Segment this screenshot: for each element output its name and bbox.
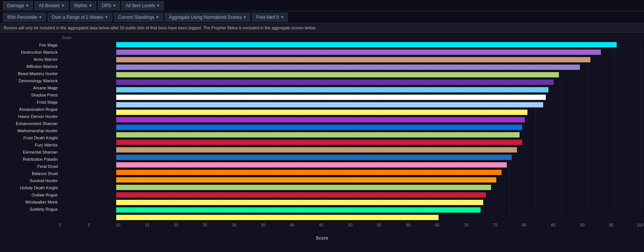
x-tick: 5 <box>88 223 90 227</box>
bar-row <box>116 140 640 146</box>
bar-fill <box>116 125 522 130</box>
nav-btn-damage[interactable]: Damage▼ <box>3 1 33 10</box>
bar-label: Assassination Rogue <box>4 106 60 113</box>
grid-line <box>640 41 641 214</box>
bar-row <box>116 65 640 71</box>
second-nav-btn-standings[interactable]: Current Standings▼ <box>114 13 163 22</box>
second-nav-btn-post-nerf[interactable]: Post-Nerf II▼ <box>252 13 288 22</box>
bar-row <box>116 80 640 86</box>
bar-label: Balance Druid <box>4 170 60 177</box>
second-nav-btn-label: Post-Nerf II <box>256 15 279 20</box>
nav-btn-dps[interactable]: DPS▼ <box>98 1 120 10</box>
chevron-down-icon: ▼ <box>105 15 108 19</box>
x-tick: 100 <box>637 223 644 227</box>
bar-fill <box>116 42 617 47</box>
second-nav-btn-label: Over a Range of 2 Weeks <box>52 15 103 20</box>
second-nav-btn-aggregate[interactable]: Aggregate Using Normalized Scores▼ <box>165 13 250 22</box>
bar-fill <box>116 95 546 100</box>
top-nav: Damage▼All Bosses▼Mythic▼DPS▼All Item Le… <box>0 0 644 11</box>
bar-fill <box>116 215 439 220</box>
bar-fill <box>116 102 543 107</box>
chevron-down-icon: ▼ <box>61 4 64 8</box>
x-tick: 80 <box>522 223 526 227</box>
bar-labels: Fire MageDestruction WarlockArms Warrior… <box>4 41 60 222</box>
nav-btn-all-item-levels[interactable]: All Item Levels▼ <box>121 1 164 10</box>
bar-fill <box>116 72 559 77</box>
bar-label: Unholy Death Knight <box>4 184 60 191</box>
bar-label: Subtlety Rogue <box>4 205 60 213</box>
bar-label: Marksmanship Hunter <box>4 127 60 134</box>
bar-row <box>116 177 640 184</box>
bar-fill <box>116 185 491 190</box>
bar-label: Destruction Warlock <box>4 48 60 56</box>
nav-btn-all-bosses[interactable]: All Bosses▼ <box>34 1 69 10</box>
nav-btn-mythic[interactable]: Mythic▼ <box>70 1 96 10</box>
chevron-down-icon: ▼ <box>243 15 247 19</box>
bar-row <box>116 185 640 192</box>
nav-btn-label: Mythic <box>74 3 87 8</box>
zoom-label: Zoom <box>62 36 640 40</box>
bar-label: Arms Warrior <box>4 56 60 63</box>
bar-label: Shadow Priest <box>4 91 60 98</box>
x-tick: 25 <box>203 223 207 227</box>
chevron-down-icon: ▼ <box>156 4 160 8</box>
chevron-down-icon: ▼ <box>156 15 159 19</box>
second-nav-btn-percentile[interactable]: 95th Percentile▼ <box>3 13 46 22</box>
bar-fill <box>116 177 496 183</box>
x-tick: 55 <box>377 223 381 227</box>
chevron-down-icon: ▼ <box>25 4 29 8</box>
nav-btn-label: All Bosses <box>39 3 60 8</box>
info-text: Bosses will only be included in the aggr… <box>4 26 316 30</box>
x-tick: 95 <box>609 223 613 227</box>
second-nav-btn-label: Aggregate Using Normalized Scores <box>169 15 241 20</box>
bar-row <box>116 42 640 49</box>
x-tick: 35 <box>261 223 265 227</box>
bar-fill <box>116 117 525 122</box>
bar-row <box>116 125 640 131</box>
bar-row <box>116 57 640 64</box>
bar-label: Enhancement Shaman <box>4 120 60 127</box>
bars-area <box>116 41 640 222</box>
nav-btn-label: Damage <box>7 3 24 8</box>
bar-label: Affliction Warlock <box>4 63 60 70</box>
bar-fill <box>116 155 512 160</box>
bar-label: Fire Mage <box>4 41 60 48</box>
x-tick: 60 <box>406 223 410 227</box>
bar-fill <box>116 200 483 205</box>
bar-row <box>116 95 640 101</box>
x-tick: 65 <box>435 223 439 227</box>
second-nav-btn-label: 95th Percentile <box>7 15 37 20</box>
bar-row <box>116 147 640 154</box>
bar-label: Retribution Paladin <box>4 155 60 163</box>
chevron-down-icon: ▼ <box>280 15 284 19</box>
bar-fill <box>116 192 486 198</box>
bar-label: Demonology Warlock <box>4 77 60 84</box>
x-axis-label: Score <box>4 235 640 241</box>
bar-label: Frost Mage <box>4 98 60 106</box>
bar-label: Elemental Shaman <box>4 148 60 155</box>
x-tick: 70 <box>464 223 468 227</box>
bar-row <box>116 110 640 116</box>
bar-label: Havoc Demon Hunter <box>4 113 60 120</box>
bar-fill <box>116 147 517 152</box>
x-tick: 85 <box>551 223 556 227</box>
bar-row <box>116 162 640 169</box>
bar-label: Outlaw Rogue <box>4 191 60 198</box>
bar-fill <box>116 140 522 145</box>
bars-container <box>116 42 640 222</box>
chevron-down-icon: ▼ <box>113 4 116 8</box>
bar-fill <box>116 65 580 70</box>
x-tick: 0 <box>59 223 61 227</box>
bar-label: Survival Hunter <box>4 177 60 184</box>
x-tick: 50 <box>348 223 352 227</box>
bar-label: Windwalker Monk <box>4 198 60 205</box>
bar-fill <box>116 57 590 62</box>
bar-fill <box>116 170 502 175</box>
x-tick: 20 <box>174 223 178 227</box>
bar-row <box>116 50 640 56</box>
second-nav-btn-range[interactable]: Over a Range of 2 Weeks▼ <box>48 13 112 22</box>
x-axis: 0510152025303540455055606570758085909510… <box>60 223 640 230</box>
bar-fill <box>116 50 601 55</box>
bar-row <box>116 170 640 177</box>
chevron-down-icon: ▼ <box>39 15 42 19</box>
